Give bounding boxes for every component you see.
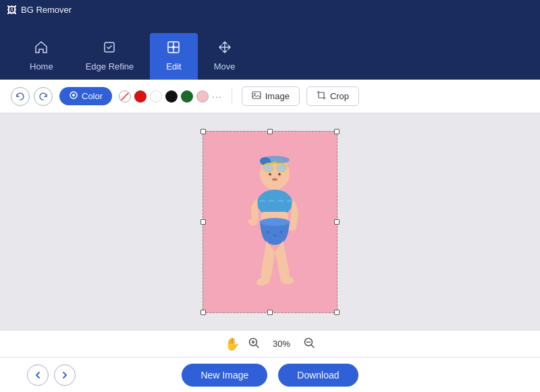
svg-line-33 — [256, 345, 259, 347]
prev-arrow-button[interactable] — [27, 364, 49, 386]
swatch-pink[interactable] — [196, 90, 209, 103]
more-colors-button[interactable]: ··· — [212, 91, 222, 102]
swatch-black[interactable] — [165, 90, 178, 103]
nav-move-label: Move — [214, 61, 236, 72]
nav-arrows — [27, 364, 76, 386]
nav-edit-label: Edit — [166, 61, 181, 72]
new-image-button[interactable]: New Image — [182, 364, 267, 387]
svg-line-36 — [311, 345, 314, 347]
handle-top-middle[interactable] — [267, 129, 273, 134]
image-button[interactable]: Image — [242, 86, 300, 106]
svg-point-6 — [72, 94, 75, 96]
svg-rect-7 — [252, 92, 261, 99]
edit-icon — [166, 40, 181, 57]
color-swatches: ··· — [119, 90, 222, 103]
toolbar: Color ··· Image Crop — [0, 80, 540, 113]
nav-home-label: Home — [30, 61, 53, 72]
svg-point-16 — [272, 178, 277, 181]
handle-bottom-middle[interactable] — [267, 310, 273, 315]
svg-point-23 — [267, 231, 269, 233]
move-icon — [217, 40, 232, 57]
crop-button-icon — [317, 90, 326, 102]
edge-refine-icon — [102, 40, 117, 57]
svg-point-22 — [260, 218, 290, 226]
home-icon — [34, 40, 49, 57]
handle-middle-left[interactable] — [200, 219, 206, 225]
app-icon: 🖼 — [7, 4, 17, 16]
crop-button-label: Crop — [330, 91, 349, 101]
svg-point-25 — [280, 231, 283, 233]
svg-point-4 — [172, 46, 175, 49]
undo-button[interactable] — [11, 87, 30, 106]
download-button[interactable]: Download — [278, 364, 358, 387]
svg-point-19 — [248, 219, 258, 225]
swatch-white[interactable] — [150, 90, 162, 103]
nav-bar: Home Edge Refine Edit Move — [0, 19, 540, 80]
nav-item-edit[interactable]: Edit — [150, 33, 197, 80]
nav-edge-label: Edge Refine — [86, 61, 134, 72]
hand-tool-icon[interactable]: ✋ — [225, 337, 240, 352]
svg-point-14 — [269, 173, 271, 175]
swatch-red[interactable] — [134, 90, 146, 103]
nav-item-edge-refine[interactable]: Edge Refine — [70, 33, 151, 80]
toolbar-divider — [232, 88, 232, 105]
image-button-label: Image — [265, 91, 290, 101]
next-arrow-button[interactable] — [54, 364, 76, 386]
crop-button[interactable]: Crop — [306, 86, 359, 106]
undo-redo-group — [11, 87, 53, 106]
app-title: BG Remover — [21, 5, 72, 15]
swatch-darkgreen[interactable] — [181, 90, 193, 103]
svg-point-15 — [279, 173, 281, 175]
nav-item-move[interactable]: Move — [198, 33, 252, 80]
image-background — [202, 131, 338, 313]
svg-point-24 — [273, 234, 276, 237]
bottom-bar-inner: New Image Download — [14, 364, 526, 387]
handle-bottom-right[interactable] — [334, 310, 340, 315]
color-button-label: Color — [82, 91, 103, 101]
handle-top-right[interactable] — [334, 129, 340, 134]
swatch-transparent[interactable] — [119, 90, 131, 103]
nav-item-home[interactable]: Home — [14, 33, 70, 80]
image-container[interactable] — [202, 131, 338, 313]
baby-image — [226, 148, 314, 296]
color-button-icon — [69, 90, 78, 102]
redo-button[interactable] — [34, 87, 53, 106]
image-button-icon — [252, 90, 261, 102]
zoom-out-icon[interactable] — [303, 337, 315, 352]
zoom-in-icon[interactable] — [248, 337, 260, 352]
svg-point-29 — [276, 164, 287, 172]
canvas-area — [0, 113, 540, 330]
handle-middle-right[interactable] — [334, 219, 340, 225]
svg-point-8 — [254, 93, 255, 94]
handle-top-left[interactable] — [200, 129, 206, 134]
bottom-bar: New Image Download — [0, 357, 540, 392]
color-button[interactable]: Color — [59, 87, 112, 105]
handle-bottom-left[interactable] — [200, 310, 206, 315]
zoom-bar: ✋ 30% — [0, 330, 540, 357]
svg-point-28 — [263, 164, 273, 172]
title-bar: 🖼 BG Remover — [0, 0, 540, 19]
zoom-level: 30% — [268, 339, 295, 349]
